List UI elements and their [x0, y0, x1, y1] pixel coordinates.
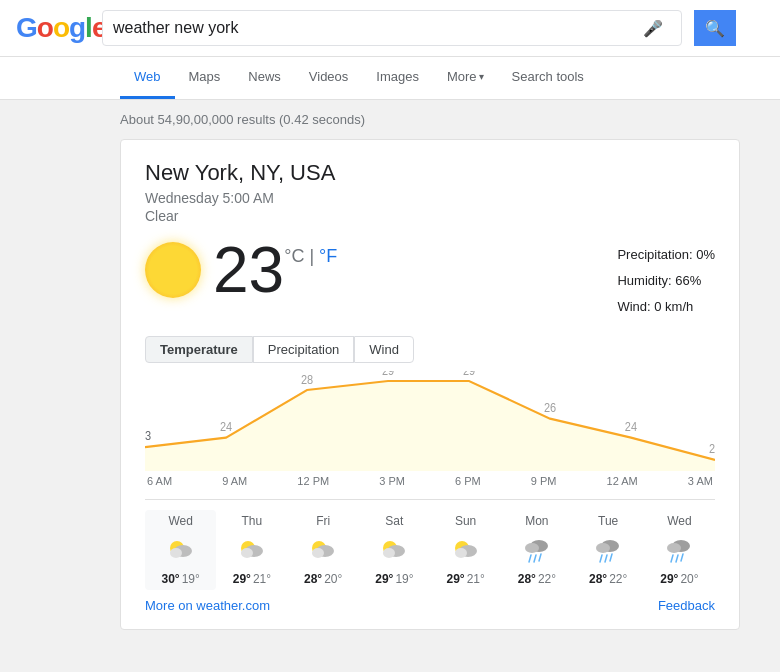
forecast-day-mon5[interactable]: Mon 28°22° — [501, 510, 572, 590]
time-label-3am: 3 AM — [688, 475, 713, 487]
nav-item-more[interactable]: More ▾ — [433, 57, 498, 99]
forecast-temps: 29°19° — [361, 572, 428, 586]
nav-item-images[interactable]: Images — [362, 57, 433, 99]
time-label-3pm: 3 PM — [379, 475, 405, 487]
svg-text:24: 24 — [625, 419, 638, 433]
time-label-12am: 12 AM — [607, 475, 638, 487]
nav-item-maps[interactable]: Maps — [175, 57, 235, 99]
forecast-day-tue6[interactable]: Tue 28°22° — [573, 510, 644, 590]
svg-text:29: 29 — [382, 371, 394, 378]
weather-tabs: Temperature Precipitation Wind — [145, 336, 715, 363]
nav-item-videos[interactable]: Videos — [295, 57, 363, 99]
wind-stat: Wind: 0 km/h — [617, 294, 715, 320]
weather-location: New York, NY, USA — [145, 160, 715, 186]
time-label-9am: 9 AM — [222, 475, 247, 487]
google-logo: Google — [16, 15, 90, 41]
svg-line-25 — [529, 555, 531, 562]
nav-item-search-tools[interactable]: Search tools — [498, 57, 598, 99]
forecast-day-name: Sat — [361, 514, 428, 528]
time-labels: 6 AM 9 AM 12 PM 3 PM 6 PM 9 PM 12 AM 3 A… — [145, 475, 715, 487]
forecast-day-name: Mon — [503, 514, 570, 528]
svg-line-30 — [600, 555, 602, 562]
svg-line-31 — [605, 555, 607, 562]
weather-datetime: Wednesday 5:00 AM — [145, 190, 715, 206]
humidity-stat: Humidity: 66% — [617, 268, 715, 294]
forecast-temps: 30°19° — [147, 572, 214, 586]
forecast-weather-icon — [448, 532, 484, 568]
svg-text:22: 22 — [709, 442, 715, 456]
forecast-temps: 29°20° — [646, 572, 713, 586]
forecast-temps: 29°21° — [432, 572, 499, 586]
forecast-day-name: Wed — [646, 514, 713, 528]
svg-point-24 — [525, 543, 539, 553]
svg-line-32 — [610, 554, 612, 561]
weather-main: 23°C | °F Precipitation: 0% Humidity: 66… — [145, 238, 715, 320]
svg-point-19 — [383, 548, 395, 558]
svg-point-16 — [312, 548, 324, 558]
svg-point-29 — [596, 543, 610, 553]
svg-point-13 — [241, 548, 253, 558]
result-count: About 54,90,00,000 results (0.42 seconds… — [120, 112, 764, 127]
search-input[interactable] — [113, 19, 643, 37]
tab-precipitation[interactable]: Precipitation — [253, 336, 355, 363]
time-label-6pm: 6 PM — [455, 475, 481, 487]
forecast-temps: 28°20° — [290, 572, 357, 586]
forecast-day-name: Thu — [218, 514, 285, 528]
forecast-day-fri2[interactable]: Fri 28°20° — [288, 510, 359, 590]
nav-item-news[interactable]: News — [234, 57, 295, 99]
time-label-12pm: 12 PM — [297, 475, 329, 487]
search-bar: 🎤 — [102, 10, 682, 46]
forecast-weather-icon — [305, 532, 341, 568]
forecast-day-sun4[interactable]: Sun 29°21° — [430, 510, 501, 590]
svg-line-26 — [534, 555, 536, 562]
forecast-temps: 29°21° — [218, 572, 285, 586]
temperature-chart: 23 24 28 29 29 26 24 22 — [145, 371, 715, 471]
forecast-grid: Wed 30°19°Thu 29°21°Fri 28°20°Sat — [145, 499, 715, 590]
search-content: About 54,90,00,000 results (0.42 seconds… — [0, 100, 780, 642]
forecast-weather-icon — [234, 532, 270, 568]
nav-bar: Web Maps News Videos Images More ▾ Searc… — [0, 57, 780, 100]
chart-svg: 23 24 28 29 29 26 24 22 — [145, 371, 715, 471]
forecast-weather-icon — [163, 532, 199, 568]
forecast-day-name: Fri — [290, 514, 357, 528]
header: Google 🎤 🔍 — [0, 0, 780, 57]
weather-source-link[interactable]: More on weather.com — [145, 598, 270, 613]
precipitation-stat: Precipitation: 0% — [617, 242, 715, 268]
weather-card: New York, NY, USA Wednesday 5:00 AM Clea… — [120, 139, 740, 630]
forecast-day-sat3[interactable]: Sat 29°19° — [359, 510, 430, 590]
forecast-weather-icon — [661, 532, 697, 568]
nav-item-web[interactable]: Web — [120, 57, 175, 99]
weather-left: 23°C | °F — [145, 238, 617, 302]
svg-text:24: 24 — [220, 419, 233, 433]
tab-wind[interactable]: Wind — [354, 336, 414, 363]
weather-condition: Clear — [145, 208, 715, 224]
svg-line-35 — [671, 555, 673, 562]
svg-text:23: 23 — [145, 428, 151, 442]
microphone-icon[interactable]: 🎤 — [643, 19, 663, 38]
chevron-down-icon: ▾ — [479, 71, 484, 82]
time-label-6am: 6 AM — [147, 475, 172, 487]
svg-text:26: 26 — [544, 401, 556, 415]
temperature-display: 23°C | °F — [213, 238, 337, 302]
forecast-day-name: Wed — [147, 514, 214, 528]
forecast-weather-icon — [590, 532, 626, 568]
search-button[interactable]: 🔍 — [694, 10, 736, 46]
tab-temperature[interactable]: Temperature — [145, 336, 253, 363]
feedback-link[interactable]: Feedback — [658, 598, 715, 613]
forecast-weather-icon — [519, 532, 555, 568]
time-label-9pm: 9 PM — [531, 475, 557, 487]
weather-footer: More on weather.com Feedback — [145, 598, 715, 613]
svg-point-22 — [455, 548, 467, 558]
forecast-day-thu1[interactable]: Thu 29°21° — [216, 510, 287, 590]
forecast-day-name: Sun — [432, 514, 499, 528]
forecast-day-name: Tue — [575, 514, 642, 528]
svg-line-36 — [676, 555, 678, 562]
sun-icon — [145, 242, 201, 298]
search-icon: 🔍 — [705, 19, 725, 38]
forecast-day-wed0[interactable]: Wed 30°19° — [145, 510, 216, 590]
fahrenheit-toggle[interactable]: °F — [319, 246, 337, 266]
weather-stats: Precipitation: 0% Humidity: 66% Wind: 0 … — [617, 238, 715, 320]
forecast-day-wed7[interactable]: Wed 29°20° — [644, 510, 715, 590]
svg-text:28: 28 — [301, 373, 313, 387]
forecast-temps: 28°22° — [503, 572, 570, 586]
